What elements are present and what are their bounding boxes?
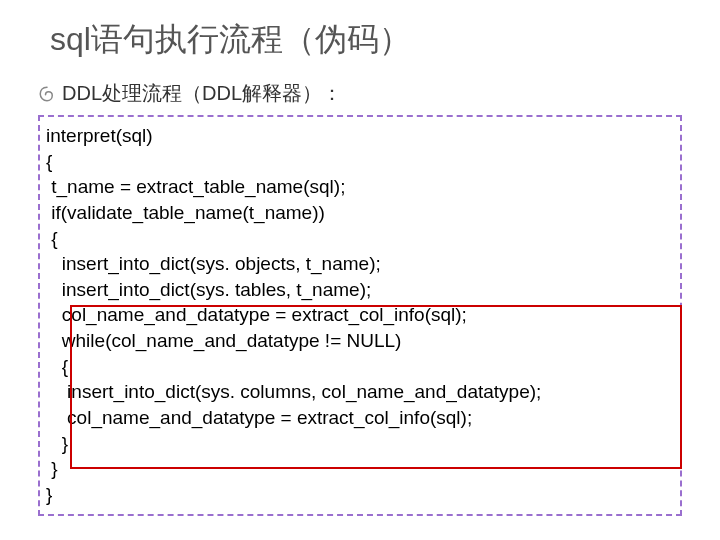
code-line: col_name_and_datatype = extract_col_info… (46, 405, 674, 431)
slide-title: sql语句执行流程（伪码） (50, 18, 700, 62)
swirl-icon (38, 85, 56, 103)
code-line: { (46, 226, 674, 252)
code-line: insert_into_dict(sys. tables, t_name); (46, 277, 674, 303)
code-line: col_name_and_datatype = extract_col_info… (46, 302, 674, 328)
code-line: } (46, 482, 674, 508)
code-box: interpret(sql) { t_name = extract_table_… (38, 115, 682, 516)
code-line: t_name = extract_table_name(sql); (46, 174, 674, 200)
code-line: insert_into_dict(sys. objects, t_name); (46, 251, 674, 277)
code-line: while(col_name_and_datatype != NULL) (46, 328, 674, 354)
subtitle-row: DDL处理流程（DDL解释器）： (38, 80, 700, 107)
code-line: { (46, 149, 674, 175)
code-line: interpret(sql) (46, 123, 674, 149)
code-line: } (46, 456, 674, 482)
subtitle-text: DDL处理流程（DDL解释器）： (62, 80, 342, 107)
code-line: { (46, 354, 674, 380)
code-line: } (46, 431, 674, 457)
code-line: if(validate_table_name(t_name)) (46, 200, 674, 226)
slide: sql语句执行流程（伪码） DDL处理流程（DDL解释器）： interpret… (0, 0, 720, 540)
code-line: insert_into_dict(sys. columns, col_name_… (46, 379, 674, 405)
